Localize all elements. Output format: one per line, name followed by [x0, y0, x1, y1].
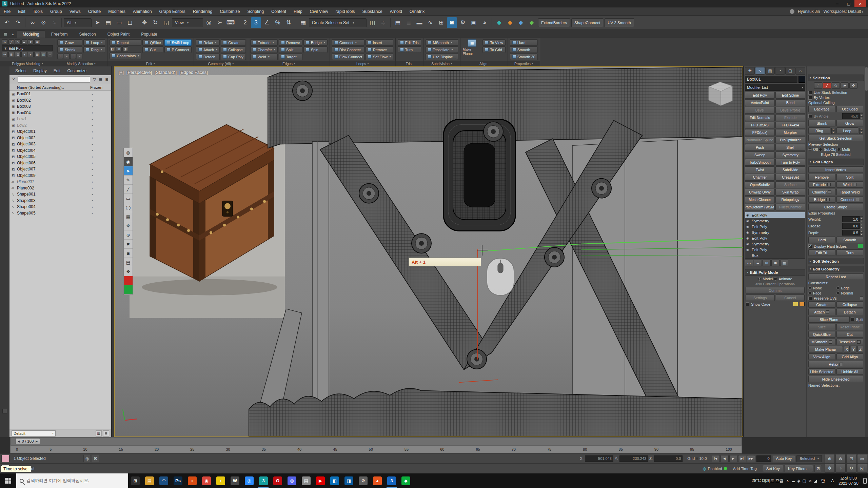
green-color-swatch[interactable]: [124, 285, 133, 294]
go-to-start-icon[interactable]: |◀: [712, 455, 720, 462]
section-label-align[interactable]: Align: [460, 61, 507, 66]
section-label-edit[interactable]: Edit: [107, 61, 194, 66]
modifier-button[interactable]: Edit Poly: [745, 92, 775, 99]
section-label-geometry-all[interactable]: Geometry (All): [194, 61, 248, 66]
cage-selected-color-swatch[interactable]: [799, 302, 805, 306]
extrude-button[interactable]: Extrude: [250, 39, 278, 46]
camera-tool-icon[interactable]: ◙: [124, 249, 133, 258]
hide-unselected-button[interactable]: Hide Unselected: [808, 376, 863, 382]
explorer-search-input[interactable]: [18, 76, 90, 83]
menu-item[interactable]: Rendering: [189, 7, 216, 15]
scene-object-row[interactable]: ▣ Low2 ●: [9, 122, 111, 129]
chrome[interactable]: ◉: [199, 473, 214, 488]
minimize-button[interactable]: ─: [831, 0, 843, 7]
render-frame-icon[interactable]: ▣: [469, 17, 479, 28]
discord[interactable]: ◍: [285, 473, 299, 488]
viewport-menu-general[interactable]: [+]: [119, 70, 124, 75]
redo-icon[interactable]: ↷: [13, 17, 23, 28]
configure-modifier-sets-icon[interactable]: ▦: [780, 260, 788, 266]
schematic-view-icon[interactable]: ⊞: [436, 17, 446, 28]
weld-edge-button[interactable]: Weld: [836, 181, 864, 188]
viewport-menu-style[interactable]: [Standard*]: [155, 70, 177, 75]
modifier-button[interactable]: Bevel: [745, 107, 775, 114]
scene-object-row[interactable]: ◩ Object003 ●: [9, 141, 111, 147]
frozen-toggle[interactable]: ●: [92, 111, 111, 114]
cut-button[interactable]: Cut: [836, 331, 864, 338]
smooth-edge-button[interactable]: Smooth: [510, 46, 538, 53]
cage-color-swatch[interactable]: [793, 302, 798, 306]
insert-loop-button[interactable]: insert: [366, 39, 393, 46]
zoom-extents-icon[interactable]: ⊡: [846, 454, 856, 463]
grow-button[interactable]: Grow: [57, 39, 82, 46]
modifier-button[interactable]: Bevel Profile: [775, 107, 805, 114]
file-explorer[interactable]: ▤: [142, 473, 157, 488]
by-angle-checkbox[interactable]: By Angle:: [808, 114, 829, 118]
vertex-subobject-icon[interactable]: ∴: [814, 82, 822, 89]
snap-toggle-3d-icon[interactable]: 3: [251, 17, 261, 28]
qslice-button[interactable]: QSlice: [142, 39, 163, 46]
material-editor-icon[interactable]: ◙: [447, 17, 457, 28]
select-and-link-icon[interactable]: ∞: [27, 17, 38, 28]
unlink-icon[interactable]: ⊘: [38, 17, 48, 28]
modifier-button[interactable]: Symmetry: [775, 151, 805, 158]
motion-tab-icon[interactable]: ◔: [775, 67, 785, 75]
crease-spinner[interactable]: 0.0: [842, 223, 863, 229]
unhide-all-button[interactable]: Unhide All: [836, 368, 864, 375]
civil-view-icon[interactable]: ◆: [494, 17, 504, 28]
tweak-uvw-icon[interactable]: ⊞: [116, 46, 122, 52]
frozen-toggle[interactable]: ●: [92, 187, 111, 189]
brave[interactable]: ▲: [370, 473, 384, 488]
modifier-visibility-icon[interactable]: ◉: [746, 242, 750, 246]
zoom-all-icon[interactable]: ⊛: [835, 454, 846, 463]
menu-item[interactable]: Tools: [29, 7, 46, 15]
chamfer-button[interactable]: Chamfer: [250, 46, 278, 53]
preserve-uvs-settings-icon[interactable]: [860, 297, 863, 300]
menu-item[interactable]: Civil View: [306, 7, 332, 15]
planar-z-button[interactable]: Z: [857, 346, 863, 352]
commit-button[interactable]: Commit: [746, 287, 805, 293]
section-label-modify-selection[interactable]: Modify Selection: [55, 61, 107, 66]
ribbon-toggle-icon[interactable]: ▬: [414, 17, 425, 28]
select-by-name-icon[interactable]: ▤: [103, 17, 113, 28]
border-mode-icon[interactable]: ◇: [15, 39, 21, 45]
constraint-normal-radio[interactable]: Normal: [836, 291, 864, 295]
relax-button[interactable]: Relax: [808, 361, 863, 367]
scene-object-row[interactable]: ◩ Object005 ●: [9, 154, 111, 160]
menu-item[interactable]: Help: [290, 7, 306, 15]
modify-tab-icon[interactable]: ∿: [755, 67, 765, 75]
modifier-button[interactable]: Subdivide: [775, 166, 805, 173]
time-slider-handle[interactable]: ◀ 0 / 100 ▶: [15, 438, 40, 444]
scene-object-row[interactable]: ∿ Shape004 ●: [9, 204, 111, 210]
maxscript-mini-listener[interactable]: [1, 455, 9, 462]
make-unique-icon[interactable]: ⊞: [763, 260, 771, 266]
mirror-icon[interactable]: ◫: [367, 17, 377, 28]
rollout-header-selection[interactable]: Selection: [808, 75, 864, 81]
ime-english-indicator[interactable]: A: [829, 479, 836, 483]
keyboard-override-icon[interactable]: ⌨: [225, 17, 236, 28]
occluded-culling-button[interactable]: Occluded: [836, 106, 864, 112]
relax-button[interactable]: Relax: [196, 39, 220, 46]
explorer-menu[interactable]: Edit: [51, 68, 64, 73]
section-label-polygon-modeling[interactable]: Polygon Modeling: [0, 61, 55, 66]
modifier-stack-row[interactable]: ◉ Edit Poly: [745, 212, 805, 218]
set-key-button[interactable]: Set Key: [763, 465, 783, 472]
zoom-region-icon[interactable]: ▭: [857, 454, 867, 463]
spinner-snap-icon[interactable]: ⇅: [283, 17, 294, 28]
script-tool-icon[interactable]: ◆: [527, 17, 537, 28]
settings-button[interactable]: Settings: [746, 294, 775, 301]
vertex-mode-icon[interactable]: ∴: [2, 39, 8, 45]
line-tool-icon[interactable]: ╱: [124, 185, 133, 194]
network-icon[interactable]: ≋: [808, 479, 812, 483]
next-frame-arrow[interactable]: ▶: [36, 440, 38, 443]
key-lock-icon[interactable]: ⊠: [814, 465, 822, 472]
settings[interactable]: ⚙: [356, 473, 370, 488]
menu-item[interactable]: Ornatrix: [406, 7, 428, 15]
detach-button[interactable]: Detach: [196, 54, 220, 60]
ribbon-tab[interactable]: Selection: [74, 31, 101, 38]
frozen-toggle[interactable]: ●: [92, 168, 111, 170]
menu-item[interactable]: Animation: [129, 7, 156, 15]
split-edge-button[interactable]: Split: [836, 174, 864, 180]
grid-tool-icon[interactable]: ▦: [124, 212, 133, 221]
frozen-toggle[interactable]: ●: [92, 93, 111, 95]
modifier-button[interactable]: Surface: [775, 181, 805, 188]
